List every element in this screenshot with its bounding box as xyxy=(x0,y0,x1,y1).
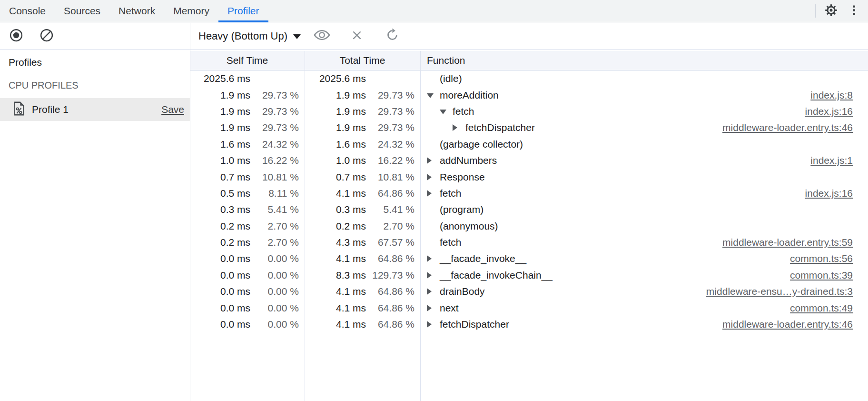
total-time-cell: 1.9 ms29.73 % xyxy=(305,90,420,101)
total-time-cell: 4.1 ms64.86 % xyxy=(305,319,420,330)
time-ms-value: 1.9 ms xyxy=(310,106,366,117)
function-cell: nextcommon.ts:49 xyxy=(420,302,868,314)
time-ms-value: 8.3 ms xyxy=(310,270,366,281)
self-time-cell: 2025.6 ms xyxy=(190,73,305,84)
table-row[interactable]: 1.0 ms16.22 %1.0 ms16.22 %addNumbersinde… xyxy=(190,152,868,169)
disclosure-triangle-icon[interactable] xyxy=(453,124,465,131)
profiler-toolbar: Heavy (Bottom Up) xyxy=(0,22,868,50)
disclosure-triangle-icon[interactable] xyxy=(427,255,440,262)
table-row[interactable]: 0.2 ms2.70 %0.2 ms2.70 %(anonymous) xyxy=(190,218,868,234)
self-time-cell: 1.9 ms29.73 % xyxy=(190,122,305,133)
table-row[interactable]: 0.3 ms5.41 %0.3 ms5.41 %(program) xyxy=(190,201,868,218)
record-icon xyxy=(9,28,23,44)
time-ms-value: 4.1 ms xyxy=(310,253,366,264)
time-ms-value: 0.7 ms xyxy=(196,171,250,183)
disclosure-triangle-icon[interactable] xyxy=(440,108,453,114)
restore-functions-button[interactable] xyxy=(384,28,401,45)
time-percent-value: 67.57 % xyxy=(366,237,414,248)
tab-profiler[interactable]: Profiler xyxy=(218,0,268,22)
disclosure-triangle-icon[interactable] xyxy=(427,190,440,197)
column-divider-self-total[interactable] xyxy=(305,51,305,401)
time-percent-value: 64.86 % xyxy=(366,253,414,264)
source-link[interactable]: common.ts:56 xyxy=(790,253,853,264)
disclosure-triangle-icon[interactable] xyxy=(427,272,440,279)
source-link[interactable]: common.ts:49 xyxy=(790,302,853,314)
disclosure-triangle-icon[interactable] xyxy=(427,92,440,98)
table-row[interactable]: 0.2 ms2.70 %4.3 ms67.57 %fetchmiddleware… xyxy=(190,234,868,251)
table-row[interactable]: 2025.6 ms2025.6 ms(idle) xyxy=(190,70,868,87)
time-percent-value: 0.00 % xyxy=(250,286,299,297)
table-row[interactable]: 1.9 ms29.73 %1.9 ms29.73 %fetchindex.js:… xyxy=(190,103,868,120)
table-row[interactable]: 0.0 ms0.00 %8.3 ms129.73 %__facade_invok… xyxy=(190,267,868,283)
disclosure-triangle-icon[interactable] xyxy=(427,305,440,311)
table-row[interactable]: 0.0 ms0.00 %4.1 ms64.86 %__facade_invoke… xyxy=(190,251,868,267)
sidebar-item-profile-1[interactable]: Profile 1 Save xyxy=(0,98,190,121)
column-divider-total-function[interactable] xyxy=(420,51,421,401)
time-ms-value: 0.0 ms xyxy=(196,270,250,281)
gear-icon xyxy=(824,3,838,20)
view-controls: Heavy (Bottom Up) xyxy=(190,28,401,45)
profile-view-select[interactable]: Heavy (Bottom Up) xyxy=(198,30,301,42)
column-header-self-time[interactable]: Self Time xyxy=(190,55,305,66)
focus-function-button[interactable] xyxy=(313,28,330,45)
function-name: (idle) xyxy=(440,73,462,84)
self-time-cell: 0.3 ms5.41 % xyxy=(190,204,305,215)
column-header-function[interactable]: Function xyxy=(420,55,868,66)
grid-body: 2025.6 ms2025.6 ms(idle)1.9 ms29.73 %1.9… xyxy=(190,70,868,332)
time-ms-value: 0.2 ms xyxy=(196,237,250,248)
table-row[interactable]: 0.7 ms10.81 %0.7 ms10.81 %Response xyxy=(190,169,868,185)
time-percent-value: 2.70 % xyxy=(250,237,299,248)
source-link[interactable]: index.js:8 xyxy=(810,90,853,101)
function-cell: (idle) xyxy=(420,73,868,84)
table-row[interactable]: 0.0 ms0.00 %4.1 ms64.86 %drainBodymiddle… xyxy=(190,283,868,300)
record-button[interactable] xyxy=(8,28,25,45)
source-link[interactable]: middleware-loader.entry.ts:46 xyxy=(722,122,853,133)
function-name: fetchDispatcher xyxy=(440,319,509,330)
table-row[interactable]: 0.0 ms0.00 %4.1 ms64.86 %nextcommon.ts:4… xyxy=(190,300,868,316)
column-header-total-time[interactable]: Total Time xyxy=(305,55,420,66)
more-options-button[interactable] xyxy=(845,2,862,20)
clear-icon xyxy=(39,28,54,44)
source-link[interactable]: middleware-ensu…y-drained.ts:3 xyxy=(706,286,853,297)
tab-memory[interactable]: Memory xyxy=(164,0,218,22)
table-row[interactable]: 1.9 ms29.73 %1.9 ms29.73 %fetchDispatche… xyxy=(190,120,868,136)
table-row[interactable]: 1.9 ms29.73 %1.9 ms29.73 %moreAdditionin… xyxy=(190,87,868,103)
table-row[interactable]: 1.6 ms24.32 %1.6 ms24.32 %(garbage colle… xyxy=(190,136,868,152)
exclude-function-button[interactable] xyxy=(348,28,365,45)
disclosure-triangle-icon[interactable] xyxy=(427,321,440,328)
time-percent-value: 0.00 % xyxy=(250,302,299,314)
table-row[interactable]: 0.0 ms0.00 %4.1 ms64.86 %fetchDispatcher… xyxy=(190,316,868,332)
tab-sources[interactable]: Sources xyxy=(55,0,109,22)
function-cell: drainBodymiddleware-ensu…y-drained.ts:3 xyxy=(420,286,868,297)
tab-console[interactable]: Console xyxy=(0,0,55,22)
save-profile-link[interactable]: Save xyxy=(161,104,184,115)
clear-profiles-button[interactable] xyxy=(38,28,55,45)
time-percent-value: 64.86 % xyxy=(366,319,414,330)
source-link[interactable]: index.js:16 xyxy=(805,106,853,117)
time-percent-value: 16.22 % xyxy=(250,155,299,166)
source-link[interactable]: index.js:1 xyxy=(810,155,853,166)
exclude-x-icon xyxy=(351,29,363,43)
disclosure-triangle-icon[interactable] xyxy=(427,288,440,295)
profiler-data-grid: Self Time Total Time Function 2025.6 ms2… xyxy=(190,51,868,401)
disclosure-triangle-icon[interactable] xyxy=(427,174,440,180)
total-time-cell: 4.1 ms64.86 % xyxy=(305,253,420,264)
refresh-icon xyxy=(385,28,399,44)
time-percent-value: 24.32 % xyxy=(250,139,299,150)
source-link[interactable]: middleware-loader.entry.ts:59 xyxy=(722,237,853,248)
function-name: fetch xyxy=(453,106,474,117)
self-time-cell: 1.9 ms29.73 % xyxy=(190,106,305,117)
function-cell: (program) xyxy=(420,204,868,215)
source-link[interactable]: index.js:16 xyxy=(805,188,853,199)
topbar-divider xyxy=(815,4,816,18)
source-link[interactable]: middleware-loader.entry.ts:46 xyxy=(722,319,853,330)
function-name: (anonymous) xyxy=(440,221,498,232)
source-link[interactable]: common.ts:39 xyxy=(790,270,853,281)
time-percent-value: 29.73 % xyxy=(250,122,299,133)
settings-button[interactable] xyxy=(822,2,839,20)
tab-network[interactable]: Network xyxy=(109,0,164,22)
time-ms-value: 1.0 ms xyxy=(310,155,366,166)
table-row[interactable]: 0.5 ms8.11 %4.1 ms64.86 %fetchindex.js:1… xyxy=(190,185,868,201)
disclosure-triangle-icon[interactable] xyxy=(427,157,440,164)
time-percent-value: 5.41 % xyxy=(250,204,299,215)
